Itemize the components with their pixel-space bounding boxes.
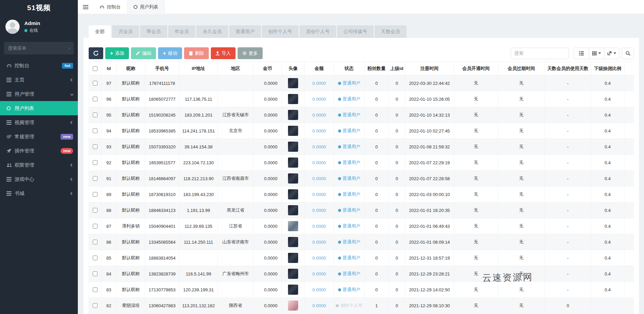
user-avatar-image[interactable] bbox=[288, 300, 298, 311]
column-header[interactable]: 地区 bbox=[218, 62, 253, 75]
topbar-tab-user-list[interactable]: 用户列表 bbox=[127, 0, 165, 14]
row-checkbox[interactable] bbox=[93, 113, 97, 117]
status-badge[interactable]: 普通用户 bbox=[338, 191, 360, 197]
money-link[interactable]: 0.0000 bbox=[312, 271, 326, 276]
filter-tab-monthly[interactable]: 月会员 bbox=[112, 25, 139, 38]
column-header[interactable]: 上级id bbox=[389, 62, 405, 75]
money-link[interactable]: 0.0000 bbox=[312, 208, 326, 213]
status-badge[interactable]: 普通用户 bbox=[338, 96, 360, 102]
user-avatar-image[interactable] bbox=[288, 237, 298, 247]
column-header[interactable]: 下级抽佣比例 bbox=[591, 62, 624, 75]
user-avatar-image[interactable] bbox=[288, 189, 298, 199]
detail-view-button[interactable] bbox=[574, 48, 589, 59]
money-link[interactable]: 0.0000 bbox=[312, 113, 326, 118]
column-header[interactable]: 天数会员的使用天数 bbox=[545, 62, 591, 75]
column-header[interactable]: 手机号 bbox=[145, 62, 179, 75]
money-link[interactable]: 0.0000 bbox=[312, 160, 326, 165]
user-avatar-image[interactable] bbox=[288, 142, 298, 152]
row-checkbox[interactable] bbox=[93, 160, 97, 165]
row-checkbox[interactable] bbox=[93, 176, 97, 181]
delete-button[interactable]: 删除 bbox=[184, 47, 209, 59]
sidebar-item-video-management[interactable]: 视频管理 bbox=[0, 115, 78, 129]
topbar-tab-dashboard[interactable]: 控制台 bbox=[93, 0, 127, 14]
sidebar-item-dashboard[interactable]: 控制台 hot bbox=[0, 58, 78, 73]
column-header[interactable]: 头像 bbox=[282, 62, 305, 75]
more-button[interactable]: 更多 bbox=[238, 47, 263, 59]
column-header[interactable]: IP地址 bbox=[179, 62, 218, 75]
table-search-input[interactable] bbox=[511, 48, 569, 59]
money-link[interactable]: 0.0000 bbox=[312, 303, 326, 308]
status-badge[interactable]: 普通用户 bbox=[338, 128, 360, 134]
row-checkbox[interactable] bbox=[93, 208, 97, 213]
status-badge[interactable]: 普通用户 bbox=[338, 255, 360, 261]
column-header[interactable]: 金额 bbox=[305, 62, 334, 75]
filter-tab-all[interactable]: 全部 bbox=[89, 25, 111, 38]
status-badge[interactable]: 普通用户 bbox=[338, 112, 360, 118]
status-badge[interactable]: 普通用户 bbox=[338, 287, 360, 293]
column-header[interactable]: 会员过期时间 bbox=[498, 62, 545, 75]
row-checkbox[interactable] bbox=[93, 240, 97, 244]
row-checkbox[interactable] bbox=[93, 271, 97, 276]
column-header[interactable]: 金币 bbox=[253, 62, 282, 75]
status-badge[interactable]: 普通用户 bbox=[338, 223, 360, 229]
user-avatar-image[interactable] bbox=[288, 253, 298, 263]
status-badge[interactable]: 普通用户 bbox=[338, 160, 360, 166]
status-badge[interactable]: 普通用户 bbox=[338, 207, 360, 213]
sidebar-item-game-center[interactable]: 游戏中心 bbox=[0, 172, 78, 186]
refresh-button[interactable] bbox=[89, 47, 103, 59]
edit-button[interactable]: 编辑 bbox=[131, 47, 156, 59]
status-badge[interactable]: 普通用户 bbox=[338, 175, 360, 182]
user-avatar-image[interactable] bbox=[288, 158, 298, 168]
user-avatar-image[interactable] bbox=[288, 110, 298, 120]
money-link[interactable]: 0.0000 bbox=[312, 224, 326, 229]
status-badge[interactable]: 普通用户 bbox=[338, 80, 360, 86]
user-avatar-image[interactable] bbox=[288, 78, 298, 88]
row-checkbox[interactable] bbox=[93, 303, 97, 308]
user-avatar-image[interactable] bbox=[288, 94, 298, 104]
row-checkbox[interactable] bbox=[93, 144, 97, 149]
money-link[interactable]: 0.0000 bbox=[312, 144, 326, 149]
user-avatar-image[interactable] bbox=[288, 173, 298, 184]
status-badge[interactable]: 普通用户 bbox=[338, 239, 360, 245]
row-checkbox[interactable] bbox=[93, 81, 97, 86]
money-link[interactable]: 0.0000 bbox=[312, 287, 326, 292]
sidebar-item-home[interactable]: 主页 bbox=[0, 73, 78, 87]
column-header[interactable]: 状态 bbox=[334, 62, 364, 75]
sidebar-item-user-management[interactable]: 用户管理 bbox=[0, 87, 78, 101]
user-avatar-image[interactable] bbox=[288, 285, 298, 295]
row-checkbox[interactable] bbox=[93, 192, 97, 197]
money-link[interactable]: 0.0000 bbox=[312, 256, 326, 261]
row-checkbox[interactable] bbox=[93, 224, 97, 228]
hamburger-icon[interactable] bbox=[78, 0, 93, 14]
user-avatar-image[interactable] bbox=[288, 221, 298, 231]
filter-tab-yearly[interactable]: 年会员 bbox=[168, 25, 195, 38]
select-all-checkbox[interactable] bbox=[93, 66, 97, 71]
column-header[interactable]: 注册时间 bbox=[405, 62, 454, 75]
row-checkbox[interactable] bbox=[93, 97, 97, 101]
import-button[interactable]: 导入 bbox=[211, 47, 236, 59]
filter-tab-original[interactable]: 原创个人号 bbox=[299, 25, 336, 38]
export-button[interactable] bbox=[604, 48, 619, 59]
status-badge[interactable]: 创作个人号 bbox=[336, 303, 362, 309]
add-button[interactable]: +添加 bbox=[105, 47, 129, 59]
sidebar-item-plugin-management[interactable]: 插件管理 new bbox=[0, 144, 78, 158]
move-button[interactable]: +移动 bbox=[158, 47, 182, 59]
sidebar-item-permission-management[interactable]: 权限管理 bbox=[0, 158, 78, 172]
user-avatar-image[interactable] bbox=[288, 126, 298, 136]
column-header[interactable]: 昵称 bbox=[117, 62, 145, 75]
avatar[interactable] bbox=[5, 20, 20, 34]
user-avatar-image[interactable] bbox=[288, 269, 298, 279]
sidebar-search-input[interactable] bbox=[7, 45, 69, 51]
sidebar-item-general-management[interactable]: 常规管理 new bbox=[0, 129, 78, 144]
money-link[interactable]: 0.0000 bbox=[312, 176, 326, 181]
row-checkbox[interactable] bbox=[93, 256, 97, 260]
column-header[interactable]: Id bbox=[101, 62, 117, 75]
row-checkbox[interactable] bbox=[93, 128, 97, 133]
money-link[interactable]: 0.0000 bbox=[312, 97, 326, 102]
user-avatar-image[interactable] bbox=[288, 205, 298, 215]
sidebar-item-book-city[interactable]: 书城 bbox=[0, 186, 78, 200]
filter-tab-media[interactable]: 公司传媒号 bbox=[337, 25, 374, 38]
status-badge[interactable]: 普通用户 bbox=[338, 144, 360, 150]
filter-tab-quarterly[interactable]: 季会员 bbox=[140, 25, 167, 38]
filter-tab-permanent[interactable]: 永久会员 bbox=[196, 25, 228, 38]
